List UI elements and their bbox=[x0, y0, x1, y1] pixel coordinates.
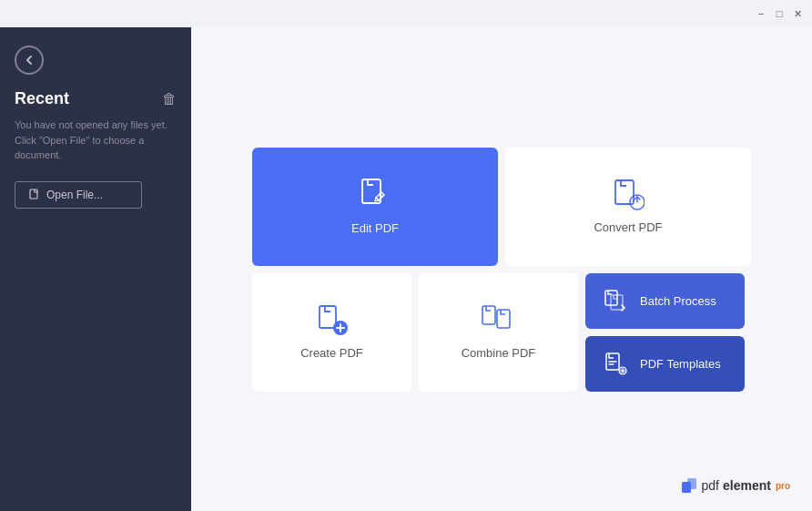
edit-pdf-icon bbox=[359, 178, 391, 212]
create-pdf-icon bbox=[317, 304, 348, 337]
brand-name-element: element bbox=[723, 478, 771, 493]
combine-pdf-card[interactable]: Combine PDF bbox=[419, 273, 578, 392]
create-pdf-card[interactable]: Create PDF bbox=[252, 273, 411, 392]
edit-pdf-label: Edit PDF bbox=[351, 221, 399, 235]
back-button[interactable] bbox=[15, 46, 44, 75]
maximize-button[interactable]: □ bbox=[772, 6, 787, 21]
create-pdf-label: Create PDF bbox=[300, 346, 363, 360]
batch-process-label: Batch Process bbox=[640, 294, 716, 308]
svg-rect-6 bbox=[482, 306, 495, 324]
cards-wrapper: Edit PDF Convert PDF bbox=[252, 148, 751, 392]
convert-pdf-icon bbox=[612, 179, 645, 211]
combine-pdf-label: Combine PDF bbox=[462, 346, 536, 360]
pdf-templates-label: PDF Templates bbox=[640, 357, 721, 371]
edit-pdf-card[interactable]: Edit PDF bbox=[252, 148, 498, 266]
window-controls: − □ ✕ bbox=[754, 6, 805, 21]
branding: pdfelementpro bbox=[682, 478, 791, 493]
svg-rect-7 bbox=[497, 310, 510, 328]
pdf-templates-icon bbox=[604, 352, 627, 375]
minimize-button[interactable]: − bbox=[754, 6, 768, 21]
batch-process-icon bbox=[604, 289, 627, 312]
open-file-button[interactable]: Open File... bbox=[15, 181, 142, 209]
cards-row-1: Edit PDF Convert PDF bbox=[252, 148, 751, 266]
open-file-label: Open File... bbox=[46, 189, 103, 201]
right-stack: Batch Process bbox=[585, 273, 745, 392]
sidebar-empty-text: You have not opened any files yet. Click… bbox=[15, 118, 177, 163]
sidebar-title: Recent bbox=[15, 89, 69, 108]
brand-name-pdf: pdf bbox=[702, 478, 719, 493]
app-body: Recent 🗑 You have not opened any files y… bbox=[0, 27, 812, 511]
cards-row-2: Create PDF Combine PDF bbox=[252, 273, 751, 392]
svg-rect-0 bbox=[30, 189, 37, 199]
delete-icon[interactable]: 🗑 bbox=[162, 91, 177, 107]
brand-logo-icon bbox=[682, 478, 698, 493]
sidebar-header: Recent 🗑 bbox=[15, 89, 177, 108]
main-content: Edit PDF Convert PDF bbox=[191, 27, 812, 511]
convert-pdf-label: Convert PDF bbox=[594, 220, 662, 234]
svg-rect-13 bbox=[687, 478, 696, 489]
svg-rect-4 bbox=[320, 306, 336, 328]
combine-pdf-icon bbox=[481, 304, 517, 337]
batch-process-card[interactable]: Batch Process bbox=[585, 273, 745, 329]
close-button[interactable]: ✕ bbox=[790, 6, 805, 21]
pdf-templates-card[interactable]: PDF Templates bbox=[585, 336, 745, 392]
brand-pro: pro bbox=[776, 481, 790, 491]
file-icon bbox=[28, 189, 41, 201]
title-bar: − □ ✕ bbox=[0, 0, 812, 27]
sidebar: Recent 🗑 You have not opened any files y… bbox=[0, 27, 191, 511]
convert-pdf-card[interactable]: Convert PDF bbox=[505, 148, 751, 266]
